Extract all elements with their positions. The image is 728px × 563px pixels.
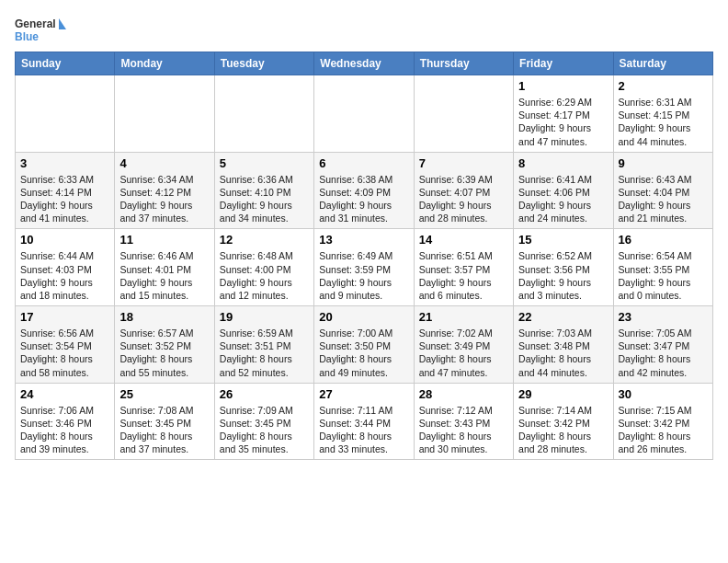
day-number: 7 xyxy=(419,156,508,170)
day-number: 4 xyxy=(119,156,209,170)
logo: GeneralBlue xyxy=(15,15,70,46)
day-info: Sunrise: 7:02 AM Sunset: 3:49 PM Dayligh… xyxy=(419,327,508,379)
day-info: Sunrise: 7:15 AM Sunset: 3:42 PM Dayligh… xyxy=(619,404,708,456)
day-number: 10 xyxy=(20,233,109,247)
week-row-2: 3Sunrise: 6:33 AM Sunset: 4:14 PM Daylig… xyxy=(16,152,713,229)
calendar-cell xyxy=(115,75,214,153)
week-row-5: 24Sunrise: 7:06 AM Sunset: 3:46 PM Dayli… xyxy=(16,383,713,460)
calendar-cell: 26Sunrise: 7:09 AM Sunset: 3:45 PM Dayli… xyxy=(214,383,313,460)
day-info: Sunrise: 7:08 AM Sunset: 3:45 PM Dayligh… xyxy=(119,404,209,456)
calendar-cell: 13Sunrise: 6:49 AM Sunset: 3:59 PM Dayli… xyxy=(314,229,414,306)
day-info: Sunrise: 7:03 AM Sunset: 3:48 PM Dayligh… xyxy=(518,327,608,379)
day-number: 30 xyxy=(619,387,708,401)
calendar-cell: 18Sunrise: 6:57 AM Sunset: 3:52 PM Dayli… xyxy=(115,306,214,384)
day-info: Sunrise: 7:06 AM Sunset: 3:46 PM Dayligh… xyxy=(20,404,109,456)
day-number: 13 xyxy=(319,233,408,247)
day-number: 27 xyxy=(319,387,408,401)
day-number: 12 xyxy=(220,233,309,247)
calendar-cell: 24Sunrise: 7:06 AM Sunset: 3:46 PM Dayli… xyxy=(16,383,115,460)
calendar-cell: 2Sunrise: 6:31 AM Sunset: 4:15 PM Daylig… xyxy=(613,75,712,153)
week-row-4: 17Sunrise: 6:56 AM Sunset: 3:54 PM Dayli… xyxy=(16,306,713,384)
day-info: Sunrise: 6:49 AM Sunset: 3:59 PM Dayligh… xyxy=(319,249,408,302)
day-number: 17 xyxy=(20,310,109,324)
day-info: Sunrise: 6:56 AM Sunset: 3:54 PM Dayligh… xyxy=(20,327,109,379)
calendar-cell xyxy=(214,75,313,153)
calendar-cell: 14Sunrise: 6:51 AM Sunset: 3:57 PM Dayli… xyxy=(414,229,513,306)
calendar-cell: 17Sunrise: 6:56 AM Sunset: 3:54 PM Dayli… xyxy=(16,306,115,384)
day-info: Sunrise: 7:00 AM Sunset: 3:50 PM Dayligh… xyxy=(319,327,408,379)
calendar-cell: 19Sunrise: 6:59 AM Sunset: 3:51 PM Dayli… xyxy=(214,306,313,384)
calendar-cell: 15Sunrise: 6:52 AM Sunset: 3:56 PM Dayli… xyxy=(514,229,613,306)
calendar-table: SundayMondayTuesdayWednesdayThursdayFrid… xyxy=(15,52,713,460)
weekday-header-friday: Friday xyxy=(514,52,613,75)
day-info: Sunrise: 6:57 AM Sunset: 3:52 PM Dayligh… xyxy=(119,327,209,379)
calendar-cell: 1Sunrise: 6:29 AM Sunset: 4:17 PM Daylig… xyxy=(514,75,613,153)
svg-text:Blue: Blue xyxy=(15,30,39,43)
day-number: 14 xyxy=(419,233,508,247)
day-info: Sunrise: 7:12 AM Sunset: 3:43 PM Dayligh… xyxy=(419,404,508,456)
calendar-cell: 16Sunrise: 6:54 AM Sunset: 3:55 PM Dayli… xyxy=(613,229,712,306)
calendar-cell: 11Sunrise: 6:46 AM Sunset: 4:01 PM Dayli… xyxy=(115,229,214,306)
day-number: 29 xyxy=(518,387,608,401)
day-info: Sunrise: 6:46 AM Sunset: 4:01 PM Dayligh… xyxy=(119,249,209,302)
day-info: Sunrise: 6:43 AM Sunset: 4:04 PM Dayligh… xyxy=(619,173,708,225)
day-number: 21 xyxy=(419,310,508,324)
day-number: 8 xyxy=(518,156,608,170)
calendar-cell: 3Sunrise: 6:33 AM Sunset: 4:14 PM Daylig… xyxy=(16,152,115,229)
weekday-header-saturday: Saturday xyxy=(613,52,712,75)
day-number: 22 xyxy=(518,310,608,324)
calendar-cell: 29Sunrise: 7:14 AM Sunset: 3:42 PM Dayli… xyxy=(514,383,613,460)
day-number: 18 xyxy=(119,310,209,324)
day-info: Sunrise: 6:54 AM Sunset: 3:55 PM Dayligh… xyxy=(619,249,708,302)
day-number: 28 xyxy=(419,387,508,401)
day-info: Sunrise: 6:31 AM Sunset: 4:15 PM Dayligh… xyxy=(619,96,708,148)
calendar-cell: 23Sunrise: 7:05 AM Sunset: 3:47 PM Dayli… xyxy=(613,306,712,384)
day-number: 9 xyxy=(619,156,708,170)
day-info: Sunrise: 6:33 AM Sunset: 4:14 PM Dayligh… xyxy=(20,173,109,225)
svg-text:General: General xyxy=(15,17,56,30)
day-info: Sunrise: 6:52 AM Sunset: 3:56 PM Dayligh… xyxy=(518,249,608,302)
day-info: Sunrise: 6:34 AM Sunset: 4:12 PM Dayligh… xyxy=(119,173,209,225)
day-number: 24 xyxy=(20,387,109,401)
day-number: 15 xyxy=(518,233,608,247)
calendar-cell: 12Sunrise: 6:48 AM Sunset: 4:00 PM Dayli… xyxy=(214,229,313,306)
day-number: 23 xyxy=(619,310,708,324)
calendar-cell: 20Sunrise: 7:00 AM Sunset: 3:50 PM Dayli… xyxy=(314,306,414,384)
calendar-cell: 21Sunrise: 7:02 AM Sunset: 3:49 PM Dayli… xyxy=(414,306,513,384)
day-info: Sunrise: 6:51 AM Sunset: 3:57 PM Dayligh… xyxy=(419,249,508,302)
day-info: Sunrise: 6:36 AM Sunset: 4:10 PM Dayligh… xyxy=(220,173,309,225)
calendar-cell: 25Sunrise: 7:08 AM Sunset: 3:45 PM Dayli… xyxy=(115,383,214,460)
day-info: Sunrise: 6:39 AM Sunset: 4:07 PM Dayligh… xyxy=(419,173,508,225)
weekday-header-tuesday: Tuesday xyxy=(214,52,313,75)
calendar-cell: 28Sunrise: 7:12 AM Sunset: 3:43 PM Dayli… xyxy=(414,383,513,460)
calendar-cell xyxy=(314,75,414,153)
day-number: 3 xyxy=(20,156,109,170)
calendar-cell: 10Sunrise: 6:44 AM Sunset: 4:03 PM Dayli… xyxy=(16,229,115,306)
weekday-header-wednesday: Wednesday xyxy=(314,52,414,75)
calendar-cell xyxy=(16,75,115,153)
day-info: Sunrise: 7:05 AM Sunset: 3:47 PM Dayligh… xyxy=(619,327,708,379)
day-number: 1 xyxy=(518,79,608,93)
day-number: 19 xyxy=(220,310,309,324)
calendar-cell: 8Sunrise: 6:41 AM Sunset: 4:06 PM Daylig… xyxy=(514,152,613,229)
day-info: Sunrise: 6:44 AM Sunset: 4:03 PM Dayligh… xyxy=(20,249,109,302)
day-number: 16 xyxy=(619,233,708,247)
weekday-header-monday: Monday xyxy=(115,52,214,75)
calendar-cell: 22Sunrise: 7:03 AM Sunset: 3:48 PM Dayli… xyxy=(514,306,613,384)
calendar-cell: 30Sunrise: 7:15 AM Sunset: 3:42 PM Dayli… xyxy=(613,383,712,460)
day-info: Sunrise: 6:59 AM Sunset: 3:51 PM Dayligh… xyxy=(220,327,309,379)
week-row-3: 10Sunrise: 6:44 AM Sunset: 4:03 PM Dayli… xyxy=(16,229,713,306)
day-info: Sunrise: 6:41 AM Sunset: 4:06 PM Dayligh… xyxy=(518,173,608,225)
calendar-cell: 5Sunrise: 6:36 AM Sunset: 4:10 PM Daylig… xyxy=(214,152,313,229)
day-number: 11 xyxy=(119,233,209,247)
calendar-cell xyxy=(414,75,513,153)
day-info: Sunrise: 6:38 AM Sunset: 4:09 PM Dayligh… xyxy=(319,173,408,225)
calendar-cell: 4Sunrise: 6:34 AM Sunset: 4:12 PM Daylig… xyxy=(115,152,214,229)
day-number: 25 xyxy=(119,387,209,401)
calendar-cell: 27Sunrise: 7:11 AM Sunset: 3:44 PM Dayli… xyxy=(314,383,414,460)
week-row-1: 1Sunrise: 6:29 AM Sunset: 4:17 PM Daylig… xyxy=(16,75,713,153)
calendar-cell: 7Sunrise: 6:39 AM Sunset: 4:07 PM Daylig… xyxy=(414,152,513,229)
day-number: 6 xyxy=(319,156,408,170)
calendar-cell: 9Sunrise: 6:43 AM Sunset: 4:04 PM Daylig… xyxy=(613,152,712,229)
header: GeneralBlue xyxy=(15,15,713,46)
